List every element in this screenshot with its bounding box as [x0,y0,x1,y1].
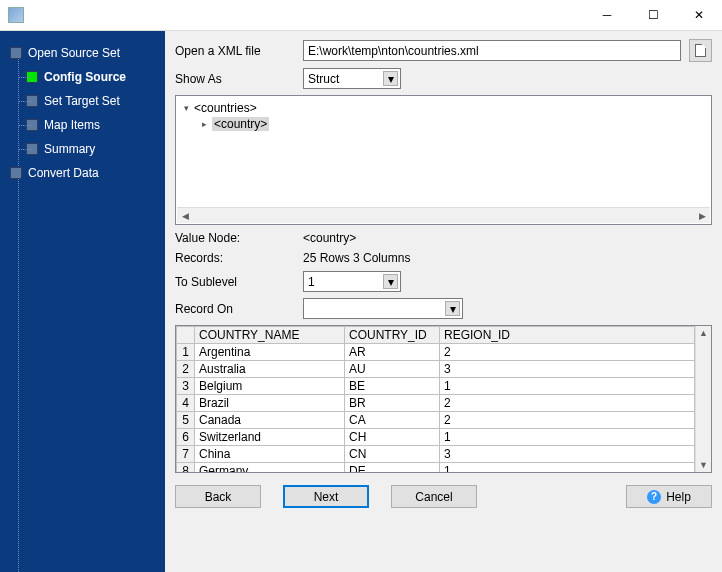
main-panel: Open a XML file Show As Struct ▾ ▾ <coun… [165,31,722,572]
next-button[interactable]: Next [283,485,369,508]
table-row[interactable]: 4BrazilBR2 [177,395,695,412]
tree-node-label: <countries> [194,101,257,115]
cell-country-id[interactable]: CN [345,446,440,463]
row-number: 7 [177,446,195,463]
back-button[interactable]: Back [175,485,261,508]
record-on-label: Record On [175,302,295,316]
cell-region-id[interactable]: 2 [440,395,695,412]
scroll-right-icon[interactable]: ▶ [694,209,710,223]
record-on-select[interactable]: ▾ [303,298,463,319]
xml-structure-tree[interactable]: ▾ <countries> ▸ <country> ◀ ▶ [175,95,712,225]
sublevel-value: 1 [308,275,315,289]
tree-node-label: <country> [212,117,269,131]
sidebar-item-map-items[interactable]: Map Items [0,113,165,137]
horizontal-scrollbar[interactable]: ◀ ▶ [177,207,710,223]
cell-country-name[interactable]: Germany [195,463,345,474]
records-value: 25 Rows 3 Columns [303,251,410,265]
expand-icon [10,167,22,179]
cell-country-name[interactable]: Switzerland [195,429,345,446]
column-header[interactable]: REGION_ID [440,327,695,344]
table-row[interactable]: 2AustraliaAU3 [177,361,695,378]
sidebar-item-config-source[interactable]: Config Source [0,65,165,89]
cell-region-id[interactable]: 3 [440,446,695,463]
cell-region-id[interactable]: 1 [440,463,695,474]
scroll-left-icon[interactable]: ◀ [177,209,193,223]
row-number: 5 [177,412,195,429]
sidebar-item-label: Map Items [44,118,100,132]
browse-button[interactable] [689,39,712,62]
records-label: Records: [175,251,295,265]
data-grid[interactable]: COUNTRY_NAME COUNTRY_ID REGION_ID 1Argen… [175,325,712,473]
sidebar-item-label: Set Target Set [44,94,120,108]
document-icon [695,44,706,57]
column-header[interactable]: COUNTRY_NAME [195,327,345,344]
value-node-label: Value Node: [175,231,295,245]
table-row[interactable]: 8GermanyDE1 [177,463,695,474]
cell-country-name[interactable]: Argentina [195,344,345,361]
cell-country-id[interactable]: AU [345,361,440,378]
cell-region-id[interactable]: 1 [440,378,695,395]
tree-node-root[interactable]: ▾ <countries> [182,100,705,116]
chevron-down-icon: ▾ [445,301,460,316]
close-button[interactable]: ✕ [676,0,722,30]
scroll-up-icon[interactable]: ▲ [696,326,712,340]
cell-country-id[interactable]: BR [345,395,440,412]
sidebar-item-set-target-set[interactable]: Set Target Set [0,89,165,113]
cell-country-name[interactable]: China [195,446,345,463]
button-bar: Back Next Cancel ? Help [175,485,712,508]
sublevel-label: To Sublevel [175,275,295,289]
column-header[interactable]: COUNTRY_ID [345,327,440,344]
expand-icon[interactable]: ▸ [200,120,209,129]
sidebar-item-convert-data[interactable]: Convert Data [0,161,165,185]
grid-corner [177,327,195,344]
cell-country-name[interactable]: Australia [195,361,345,378]
collapse-icon[interactable]: ▾ [182,104,191,113]
sidebar-item-label: Convert Data [28,166,99,180]
cell-region-id[interactable]: 3 [440,361,695,378]
scroll-down-icon[interactable]: ▼ [696,458,712,472]
tree-node-child[interactable]: ▸ <country> [200,116,705,132]
show-as-select[interactable]: Struct ▾ [303,68,401,89]
sidebar-item-label: Summary [44,142,95,156]
window-buttons: ─ ☐ ✕ [584,0,722,30]
cell-country-id[interactable]: DE [345,463,440,474]
table-row[interactable]: 3BelgiumBE1 [177,378,695,395]
help-icon: ? [647,490,661,504]
chevron-down-icon: ▾ [383,71,398,86]
cell-country-id[interactable]: BE [345,378,440,395]
cell-country-id[interactable]: CA [345,412,440,429]
minimize-button[interactable]: ─ [584,0,630,30]
cell-region-id[interactable]: 2 [440,344,695,361]
cell-region-id[interactable]: 1 [440,429,695,446]
app-icon [8,7,24,23]
cell-country-name[interactable]: Brazil [195,395,345,412]
show-as-label: Show As [175,72,295,86]
chevron-down-icon: ▾ [383,274,398,289]
help-button[interactable]: ? Help [626,485,712,508]
cancel-button[interactable]: Cancel [391,485,477,508]
row-number: 6 [177,429,195,446]
cell-country-id[interactable]: AR [345,344,440,361]
sidebar-item-open-source-set[interactable]: Open Source Set [0,41,165,65]
table-row[interactable]: 1ArgentinaAR2 [177,344,695,361]
table-row[interactable]: 6SwitzerlandCH1 [177,429,695,446]
expand-icon [10,47,22,59]
maximize-button[interactable]: ☐ [630,0,676,30]
vertical-scrollbar[interactable]: ▲ ▼ [695,326,711,472]
cell-country-name[interactable]: Canada [195,412,345,429]
sublevel-select[interactable]: 1 ▾ [303,271,401,292]
cell-region-id[interactable]: 2 [440,412,695,429]
cell-country-name[interactable]: Belgium [195,378,345,395]
cell-country-id[interactable]: CH [345,429,440,446]
open-file-label: Open a XML file [175,44,295,58]
value-node-value: <country> [303,231,356,245]
table-row[interactable]: 5CanadaCA2 [177,412,695,429]
xml-path-input[interactable] [303,40,681,61]
table-row[interactable]: 7ChinaCN3 [177,446,695,463]
row-number: 2 [177,361,195,378]
sidebar-item-label: Open Source Set [28,46,120,60]
wizard-sidebar: Open Source Set Config Source Set Target… [0,31,165,572]
show-as-value: Struct [308,72,339,86]
sidebar-item-summary[interactable]: Summary [0,137,165,161]
row-number: 4 [177,395,195,412]
